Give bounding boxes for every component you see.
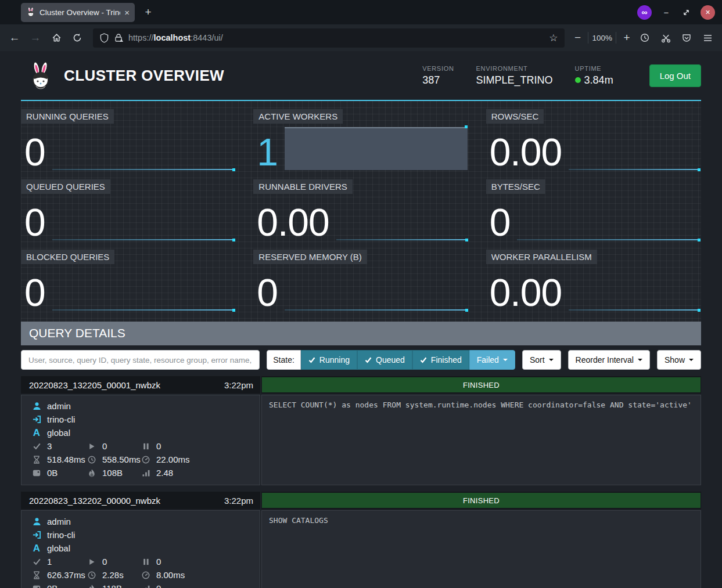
stat-value: 0.00: [490, 275, 569, 311]
state-filter-group: State: Running Queued Finished Failed: [267, 350, 515, 370]
elapsed-time: 558.50ms: [102, 454, 141, 464]
filter-queued-button[interactable]: Queued: [357, 350, 412, 370]
stat-value: 0: [490, 205, 518, 240]
cpu-time: 22.00ms: [156, 454, 190, 464]
site-header: CLUSTER OVERVIEW VERSION 387 ENVIRONMENT…: [21, 51, 701, 101]
query-id-link[interactable]: 20220823_132202_00000_nwbzk: [29, 496, 224, 506]
stat-value: 0: [257, 275, 285, 311]
version-value: 387: [422, 74, 454, 86]
check-icon: [32, 442, 41, 450]
window-close-button[interactable]: ×: [701, 5, 715, 20]
play-icon: [87, 443, 96, 450]
zoom-level[interactable]: 100%: [592, 34, 612, 42]
window-maximize-button[interactable]: [681, 9, 691, 16]
zoom-in-button[interactable]: +: [620, 28, 634, 48]
filter-finished-button[interactable]: Finished: [412, 350, 469, 370]
show-dropdown[interactable]: Show: [657, 350, 701, 370]
reload-icon[interactable]: [67, 28, 87, 48]
divider: [616, 32, 616, 44]
query-sql-text[interactable]: SELECT COUNT(*) as nodes FROM system.run…: [261, 395, 701, 485]
reorder-interval-dropdown[interactable]: Reorder Interval: [568, 350, 650, 370]
sparkline-chart: [52, 197, 235, 240]
queued-splits: 0: [156, 441, 161, 451]
resource-group-icon: A: [32, 543, 41, 553]
profile-avatar[interactable]: ∞: [637, 5, 652, 20]
version-label: VERSION: [422, 65, 454, 72]
chevron-down-icon: [503, 359, 508, 361]
sparkline-chart: [517, 197, 700, 240]
completed-splits: 1: [47, 557, 52, 567]
running-splits: 0: [102, 557, 107, 567]
screenshot-scissors-icon[interactable]: [656, 28, 676, 48]
trino-logo: [29, 61, 52, 90]
tracking-shield-icon[interactable]: [100, 33, 109, 43]
cumulative-memory: 118B: [102, 583, 122, 588]
sparkline-chart: [52, 127, 235, 170]
resource-group-icon: A: [32, 428, 41, 438]
browser-tab[interactable]: Cluster Overview - Trino ×: [21, 3, 135, 22]
url-bar[interactable]: https://localhost:8443/ui/ ☆: [93, 28, 565, 48]
stat-panel-active-workers: ACTIVE WORKERS 1: [253, 109, 468, 171]
filter-failed-dropdown[interactable]: Failed: [469, 350, 515, 370]
status-dot: [575, 77, 581, 83]
user-icon: [32, 517, 41, 526]
menu-hamburger-icon[interactable]: [698, 28, 717, 48]
stat-panel-blocked-queries: BLOCKED QUERIES 0: [21, 250, 236, 312]
pocket-icon[interactable]: [677, 28, 696, 48]
stat-value: 0: [24, 135, 52, 170]
stat-panel-reserved-memory: RESERVED MEMORY (B) 0: [253, 250, 468, 312]
hdd-icon: [32, 470, 41, 477]
bookmark-star-icon[interactable]: ☆: [549, 32, 558, 44]
query-filter-toolbar: State: Running Queued Finished Failed So…: [21, 350, 701, 370]
stats-bars-icon: [141, 585, 150, 588]
trino-favicon: [26, 8, 35, 17]
user-icon: [32, 402, 41, 410]
home-icon[interactable]: [46, 28, 66, 48]
hdd-icon: [32, 585, 41, 588]
divider: [588, 32, 588, 44]
stat-panel-runnable-drivers: RUNNABLE DRIVERS 0.00: [253, 179, 468, 241]
sparkline-chart: [285, 127, 468, 170]
forward-button[interactable]: →: [26, 28, 45, 48]
query-user: admin: [47, 517, 71, 526]
query-status-badge: FINISHED: [262, 377, 701, 392]
history-clock-icon[interactable]: [635, 28, 655, 48]
check-icon: [32, 558, 41, 565]
state-filter-label: State:: [267, 350, 301, 370]
lock-warning-icon[interactable]: [114, 33, 123, 42]
stat-label: RUNNING QUERIES: [21, 109, 114, 124]
query-search-input[interactable]: [21, 350, 260, 370]
completed-splits: 3: [47, 441, 52, 451]
cpu-time: 8.00ms: [156, 570, 185, 580]
sparkline-chart: [336, 197, 468, 240]
stat-label: WORKER PARALLELISM: [486, 250, 597, 264]
query-id-link[interactable]: 20220823_132205_00001_nwbzk: [29, 380, 224, 390]
sort-dropdown[interactable]: Sort: [522, 350, 561, 370]
current-memory: 0B: [47, 583, 58, 588]
stat-label: ROWS/SEC: [486, 109, 544, 124]
filter-running-button[interactable]: Running: [301, 350, 357, 370]
url-text[interactable]: https://localhost:8443/ui/: [128, 33, 544, 42]
query-row: 20220823_132202_00000_nwbzk 3:22pm FINIS…: [21, 492, 701, 588]
sparkline-chart: [285, 268, 468, 311]
tab-title: Cluster Overview - Trino: [39, 8, 120, 17]
elapsed-time: 2.28s: [102, 570, 124, 580]
query-sql-text[interactable]: SHOW CATALOGS: [261, 510, 701, 588]
stat-panel-bytes-sec: BYTES/SEC 0: [486, 179, 701, 241]
back-button[interactable]: ←: [5, 28, 24, 48]
clock-icon: [87, 456, 96, 464]
logout-button[interactable]: Log Out: [649, 64, 701, 87]
zoom-out-button[interactable]: −: [570, 28, 584, 48]
new-tab-button[interactable]: +: [139, 3, 157, 21]
log-in-icon: [32, 415, 41, 424]
tab-close-icon[interactable]: ×: [124, 8, 130, 17]
fire-icon: [87, 585, 96, 588]
query-time: 3:22pm: [224, 380, 253, 390]
chevron-down-icon: [689, 359, 694, 361]
page-title: CLUSTER OVERVIEW: [64, 67, 224, 85]
query-user: admin: [47, 401, 71, 411]
queued-time: 518.48ms: [47, 454, 85, 464]
query-resource-group: global: [47, 428, 70, 438]
log-in-icon: [32, 531, 41, 539]
window-minimize-button[interactable]: −: [661, 8, 671, 17]
